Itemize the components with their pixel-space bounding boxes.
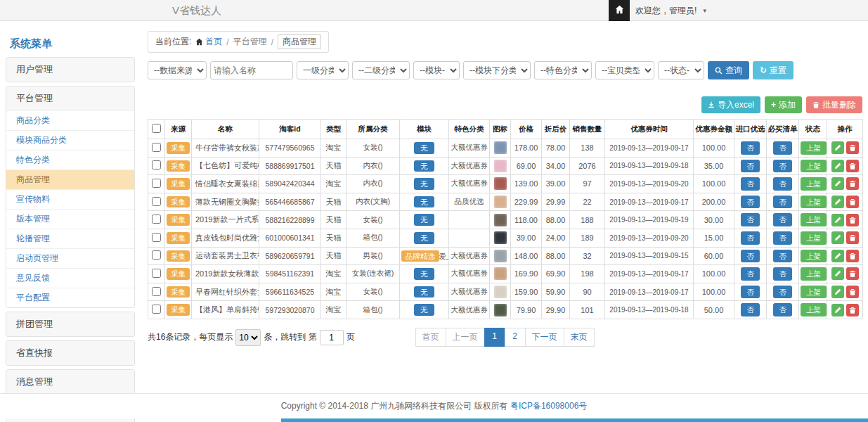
home-button[interactable]: [609, 0, 630, 21]
sidebar-subitem-宣传物料[interactable]: 宣传物料: [6, 189, 134, 209]
import-select-toggle[interactable]: 否: [741, 267, 760, 281]
status-button[interactable]: 上架: [801, 231, 827, 245]
reset-button[interactable]: ↻ 重置: [753, 61, 793, 79]
row-checkbox[interactable]: [152, 269, 161, 278]
edit-button[interactable]: [831, 286, 844, 298]
must-buy-toggle[interactable]: 否: [773, 213, 792, 226]
import-select-toggle[interactable]: 否: [741, 231, 760, 245]
delete-button[interactable]: [846, 141, 859, 154]
name-search-input[interactable]: [210, 61, 293, 79]
row-checkbox[interactable]: [152, 197, 161, 206]
filter-select-3[interactable]: --二级分类--: [352, 61, 410, 79]
page-button-上一页[interactable]: 上一页: [446, 328, 485, 347]
sidebar-subitem-模块商品分类[interactable]: 模块商品分类: [6, 130, 134, 150]
status-button[interactable]: 上架: [801, 177, 827, 191]
edit-button[interactable]: [831, 304, 844, 316]
import-select-toggle[interactable]: 否: [741, 213, 760, 226]
sidebar-subitem-版本管理[interactable]: 版本管理: [6, 209, 134, 229]
status-button[interactable]: 上架: [801, 213, 827, 226]
delete-button[interactable]: [846, 304, 859, 316]
import-select-toggle[interactable]: 否: [741, 141, 760, 155]
row-checkbox[interactable]: [152, 287, 161, 296]
filter-select-7[interactable]: --宝贝类型--: [595, 61, 654, 79]
must-buy-toggle[interactable]: 否: [773, 141, 792, 155]
filter-select-6[interactable]: --特色分类--: [534, 61, 592, 79]
edit-button[interactable]: [831, 160, 844, 172]
filter-select-8[interactable]: --状态--: [658, 61, 704, 79]
search-button[interactable]: 查询: [708, 61, 749, 79]
page-button-1[interactable]: 1: [484, 328, 505, 347]
status-button[interactable]: 上架: [801, 196, 827, 209]
delete-button[interactable]: [846, 286, 859, 298]
sidebar-subitem-商品管理[interactable]: 商品管理: [6, 170, 134, 189]
edit-button[interactable]: [831, 177, 844, 190]
row-checkbox[interactable]: [152, 160, 161, 170]
status-button[interactable]: 上架: [801, 160, 827, 173]
filter-select-5[interactable]: --模块下分类--: [463, 61, 531, 79]
import-select-toggle[interactable]: 否: [741, 250, 760, 263]
icp-link[interactable]: 粤ICP备16098006号: [510, 401, 587, 411]
sidebar-subitem-特色分类[interactable]: 特色分类: [6, 150, 134, 170]
filter-select-2[interactable]: 一级分类: [297, 61, 349, 79]
delete-button[interactable]: [846, 196, 859, 208]
page-button-末页[interactable]: 末页: [564, 328, 595, 347]
must-buy-toggle[interactable]: 否: [773, 303, 792, 316]
filter-select-0[interactable]: --数据来源--: [148, 61, 207, 79]
status-button[interactable]: 上架: [801, 267, 827, 281]
edit-button[interactable]: [831, 250, 844, 262]
must-buy-toggle[interactable]: 否: [773, 160, 792, 173]
jump-page-input[interactable]: [320, 330, 344, 345]
must-buy-toggle[interactable]: 否: [773, 196, 792, 209]
page-button-首页[interactable]: 首页: [415, 328, 446, 347]
filter-select-4[interactable]: --模块--: [413, 61, 460, 79]
sidebar-item-平台管理[interactable]: 平台管理: [6, 87, 134, 110]
page-button-2[interactable]: 2: [505, 328, 526, 347]
row-checkbox[interactable]: [152, 305, 161, 314]
edit-button[interactable]: [831, 214, 844, 226]
delete-button[interactable]: [846, 250, 859, 262]
row-checkbox[interactable]: [152, 179, 161, 188]
delete-button[interactable]: [846, 177, 859, 190]
breadcrumb-item-platform[interactable]: 平台管理: [233, 36, 267, 48]
must-buy-toggle[interactable]: 否: [773, 231, 792, 245]
import-select-toggle[interactable]: 否: [741, 196, 760, 209]
sidebar-subitem-意见反馈[interactable]: 意见反馈: [6, 268, 134, 288]
breadcrumb-home-link[interactable]: 首页: [195, 36, 222, 48]
delete-button[interactable]: [846, 160, 859, 172]
add-button[interactable]: + 添加: [765, 96, 802, 113]
sidebar-subitem-启动页管理[interactable]: 启动页管理: [6, 248, 134, 268]
must-buy-toggle[interactable]: 否: [773, 267, 792, 281]
select-all-checkbox[interactable]: [152, 124, 161, 133]
must-buy-toggle[interactable]: 否: [773, 250, 792, 263]
row-checkbox[interactable]: [152, 143, 161, 152]
must-buy-toggle[interactable]: 否: [773, 177, 792, 191]
status-button[interactable]: 上架: [801, 303, 827, 316]
must-buy-toggle[interactable]: 否: [773, 286, 792, 299]
sidebar-item-消息管理[interactable]: 消息管理: [6, 370, 134, 394]
sidebar-item-省直快报[interactable]: 省直快报: [6, 341, 134, 365]
import-select-toggle[interactable]: 否: [741, 160, 760, 173]
edit-button[interactable]: [831, 196, 844, 208]
delete-button[interactable]: [846, 231, 859, 244]
sidebar-subitem-平台配置[interactable]: 平台配置: [6, 288, 134, 307]
status-button[interactable]: 上架: [801, 141, 827, 155]
import-select-toggle[interactable]: 否: [741, 177, 760, 191]
status-button[interactable]: 上架: [801, 286, 827, 299]
user-menu[interactable]: 欢迎您，管理员! ▼: [635, 0, 708, 22]
row-checkbox[interactable]: [152, 233, 161, 242]
sidebar-subitem-轮播管理[interactable]: 轮播管理: [6, 229, 134, 248]
sidebar-subitem-商品分类[interactable]: 商品分类: [6, 110, 134, 130]
delete-button[interactable]: [846, 214, 859, 226]
status-button[interactable]: 上架: [801, 250, 827, 263]
row-checkbox[interactable]: [152, 215, 161, 224]
edit-button[interactable]: [831, 141, 844, 154]
per-page-select[interactable]: 10: [235, 329, 261, 346]
sidebar-item-拼团管理[interactable]: 拼团管理: [6, 312, 134, 336]
import-select-toggle[interactable]: 否: [741, 303, 760, 316]
batch-delete-button[interactable]: 批量删除: [806, 96, 862, 113]
import-excel-button[interactable]: 导入excel: [701, 96, 760, 113]
page-button-下一页[interactable]: 下一页: [525, 328, 564, 347]
delete-button[interactable]: [846, 267, 859, 280]
sidebar-item-用户管理[interactable]: 用户管理: [6, 58, 134, 82]
edit-button[interactable]: [831, 267, 844, 280]
